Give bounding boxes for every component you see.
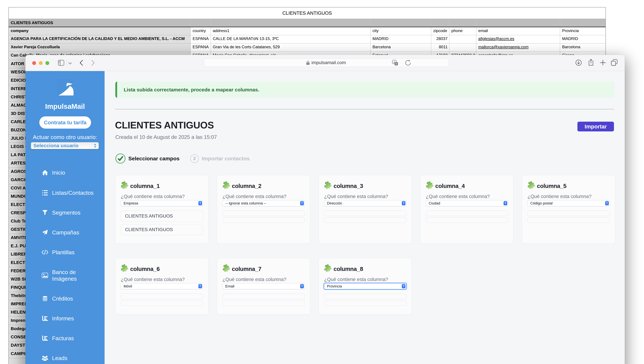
svg-text:✕: ✕ bbox=[395, 63, 397, 65]
